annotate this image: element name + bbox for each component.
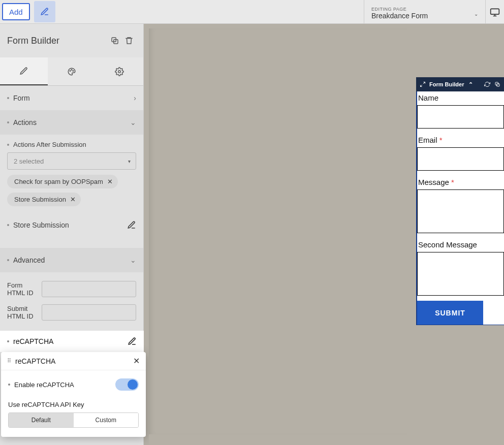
edit-toggle-button[interactable] bbox=[34, 1, 55, 22]
actions-after-label: Actions After Submission bbox=[7, 141, 136, 148]
pencil-icon bbox=[19, 67, 28, 76]
chip-label: Check for spam by OOPSpam bbox=[14, 178, 103, 185]
api-key-label: Use reCAPTCHA API Key bbox=[8, 401, 139, 408]
chevron-right-icon: › bbox=[134, 94, 136, 102]
chip-remove-icon[interactable]: ✕ bbox=[107, 178, 113, 185]
edit-icon[interactable] bbox=[127, 220, 136, 230]
segment-default[interactable]: Default bbox=[9, 413, 74, 427]
popup-title: reCAPTCHA bbox=[15, 357, 55, 365]
field-message-label: Message * bbox=[417, 176, 504, 189]
actions-dropdown-value: 2 selected bbox=[14, 157, 44, 165]
gear-icon bbox=[115, 67, 124, 76]
api-key-segmented: Default Custom bbox=[8, 412, 139, 428]
device-desktop-icon[interactable] bbox=[486, 0, 504, 24]
refresh-icon[interactable] bbox=[484, 81, 491, 88]
sidebar-header: Form Builder bbox=[0, 24, 143, 57]
chevron-up-icon[interactable]: ⌃ bbox=[467, 81, 474, 88]
chevron-down-icon: ⌄ bbox=[130, 256, 136, 264]
sidebar-tabs bbox=[0, 57, 143, 86]
enable-recaptcha-toggle[interactable] bbox=[115, 378, 139, 391]
trash-icon[interactable] bbox=[122, 36, 136, 45]
submit-button[interactable]: SUBMIT bbox=[417, 301, 483, 325]
tab-settings[interactable] bbox=[96, 57, 143, 85]
svg-point-3 bbox=[70, 70, 71, 71]
palette-icon bbox=[67, 67, 76, 76]
chip-store-submission: Store Submission ✕ bbox=[7, 193, 81, 206]
add-button[interactable]: Add bbox=[2, 3, 30, 20]
svg-point-5 bbox=[73, 70, 74, 71]
enable-recaptcha-label: Enable reCAPTCHA bbox=[14, 381, 115, 389]
tab-content[interactable] bbox=[0, 57, 48, 85]
section-advanced[interactable]: Advanced ⌄ bbox=[0, 248, 143, 272]
chip-oopspam: Check for spam by OOPSpam ✕ bbox=[7, 175, 118, 188]
svg-point-6 bbox=[118, 70, 121, 73]
field-email-input[interactable] bbox=[417, 147, 504, 171]
field-second-message-input[interactable] bbox=[417, 252, 504, 296]
store-submission-row[interactable]: Store Submission bbox=[0, 214, 143, 236]
duplicate-icon[interactable] bbox=[494, 81, 501, 88]
sidebar-title: Form Builder bbox=[7, 36, 108, 46]
form-html-id-label: Form HTML ID bbox=[7, 281, 36, 297]
caret-down-icon: ▾ bbox=[128, 158, 131, 164]
tab-design[interactable] bbox=[48, 57, 96, 85]
field-name-input[interactable] bbox=[417, 105, 504, 129]
chevron-down-icon: ⌄ bbox=[130, 118, 136, 126]
section-form-label: Form bbox=[13, 94, 30, 102]
caret-down-icon: ⌄ bbox=[474, 11, 478, 17]
form-preview-title: Form Builder bbox=[429, 81, 464, 87]
chip-label: Store Submission bbox=[14, 196, 66, 203]
field-message-input[interactable] bbox=[417, 189, 504, 233]
close-icon[interactable]: ✕ bbox=[133, 356, 140, 366]
advanced-panel: Form HTML ID Submit HTML ID bbox=[0, 272, 143, 325]
section-form[interactable]: Form › bbox=[0, 86, 143, 110]
actions-dropdown[interactable]: 2 selected ▾ bbox=[7, 152, 136, 170]
recaptcha-row[interactable]: reCAPTCHA bbox=[0, 331, 144, 352]
field-second-message-label: Second Message bbox=[417, 238, 504, 252]
form-preview-toolbar: Form Builder ⌃ bbox=[416, 77, 504, 91]
chip-remove-icon[interactable]: ✕ bbox=[70, 196, 76, 203]
section-advanced-label: Advanced bbox=[13, 256, 45, 264]
svg-rect-0 bbox=[491, 9, 499, 14]
form-html-id-input[interactable] bbox=[42, 281, 136, 297]
recaptcha-popup: ⠿ reCAPTCHA ✕ Enable reCAPTCHA Use reCAP… bbox=[1, 352, 146, 437]
field-email-label: Email * bbox=[417, 134, 504, 147]
section-actions-label: Actions bbox=[13, 118, 37, 126]
store-submission-label: Store Submission bbox=[13, 221, 69, 229]
topbar: Add EDITING PAGE Breakdance Form ⌄ bbox=[0, 0, 504, 24]
submit-html-id-input[interactable] bbox=[42, 304, 136, 321]
section-actions[interactable]: Actions ⌄ bbox=[0, 110, 143, 135]
recaptcha-label: reCAPTCHA bbox=[13, 337, 53, 345]
actions-panel: Actions After Submission 2 selected ▾ Ch… bbox=[0, 135, 143, 214]
edit-icon[interactable] bbox=[128, 337, 137, 346]
duplicate-icon[interactable] bbox=[108, 36, 122, 45]
expand-icon[interactable] bbox=[419, 81, 426, 88]
submit-html-id-label: Submit HTML ID bbox=[7, 305, 36, 320]
svg-point-4 bbox=[71, 69, 72, 70]
segment-custom[interactable]: Custom bbox=[74, 413, 139, 427]
field-name-label: Name bbox=[417, 91, 504, 105]
drag-handle-icon[interactable]: ⠿ bbox=[7, 358, 11, 364]
page-selector[interactable]: EDITING PAGE Breakdance Form ⌄ bbox=[364, 0, 486, 24]
editing-page-value: Breakdance Form bbox=[371, 12, 478, 20]
editing-page-label: EDITING PAGE bbox=[371, 7, 478, 12]
form-preview: Form Builder ⌃ Name Email * Message * Se… bbox=[416, 77, 504, 325]
